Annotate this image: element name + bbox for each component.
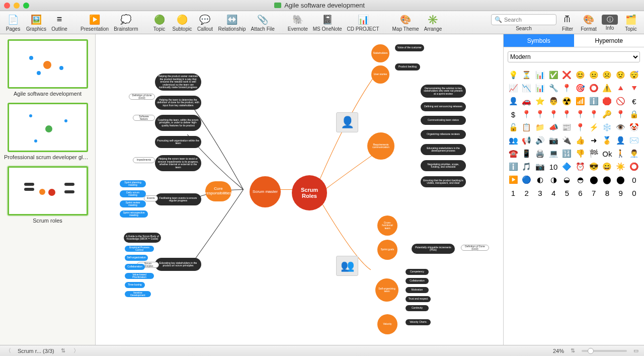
symbol-97[interactable]: 8 bbox=[602, 187, 613, 198]
symbol-67[interactable]: Ok bbox=[602, 148, 613, 159]
symbol-72[interactable]: 📷 bbox=[534, 161, 545, 172]
subtopic-button[interactable]: 🟡Subtopic bbox=[171, 13, 194, 33]
user-stories-node[interactable]: User stories bbox=[371, 65, 389, 84]
self-item-0[interactable]: Competency bbox=[406, 269, 429, 275]
thumb-2[interactable]: Professional scrum developer glos... bbox=[4, 103, 91, 160]
self-item-1[interactable]: Collaboration bbox=[406, 278, 429, 284]
mindmap-canvas[interactable]: Scrum Roles Scrum master Core responsibi… bbox=[96, 34, 503, 345]
maximize-window[interactable] bbox=[23, 3, 29, 9]
presentation-button[interactable]: ▶️Presentation bbox=[78, 13, 111, 33]
comm-item-1[interactable]: Defining and announcing releases bbox=[421, 102, 466, 111]
cross-team-node[interactable]: Cross-functional team bbox=[377, 216, 397, 236]
symbol-74[interactable]: 🔷 bbox=[561, 161, 573, 172]
symbol-21[interactable]: 🚗 bbox=[521, 96, 532, 107]
blue-item-0[interactable]: Sprint planning meeting bbox=[120, 180, 146, 187]
stakeholders-node[interactable]: Stakeholders bbox=[371, 44, 389, 62]
page-stepper[interactable]: ⇅ bbox=[59, 347, 67, 354]
symbol-3[interactable]: ✅ bbox=[548, 69, 559, 81]
symbol-99[interactable]: 0 bbox=[628, 187, 639, 198]
symbol-55[interactable]: 👍 bbox=[575, 135, 586, 146]
symbol-16[interactable]: ⭕ bbox=[588, 83, 599, 94]
symbol-88[interactable]: ⬤ bbox=[615, 174, 626, 185]
req-comm-node[interactable]: Requirements communication bbox=[367, 132, 394, 160]
symbol-18[interactable]: 🔺 bbox=[615, 83, 626, 94]
product-owner-image[interactable]: 👤 bbox=[336, 112, 358, 132]
symbol-68[interactable]: 🚶 bbox=[615, 148, 626, 159]
symbol-83[interactable]: ◑ bbox=[548, 174, 559, 185]
symbol-65[interactable]: 👎 bbox=[575, 148, 586, 159]
outline-button[interactable]: ≡Outline bbox=[49, 13, 69, 33]
symbol-32[interactable]: 📍 bbox=[534, 109, 545, 120]
symbol-90[interactable]: 1 bbox=[508, 187, 519, 198]
sm-dark-6[interactable]: Educating key stakeholders in the produc… bbox=[155, 258, 201, 271]
comm-item-0[interactable]: Demonstrating the solution to key stakeh… bbox=[421, 85, 466, 98]
comm-item-4[interactable]: Educating stakeholders in the developmen… bbox=[421, 144, 466, 155]
symbol-20[interactable]: 👤 bbox=[508, 96, 519, 107]
symbol-53[interactable]: 📷 bbox=[548, 135, 559, 146]
symbol-84[interactable]: ◒ bbox=[561, 174, 573, 185]
symbol-25[interactable]: 📶 bbox=[575, 96, 586, 107]
topic-button[interactable]: 🟢Topic bbox=[149, 13, 170, 33]
relationship-button[interactable]: ↔️Relationship bbox=[216, 13, 248, 33]
symbol-5[interactable]: 😊 bbox=[575, 69, 586, 81]
comm-item-2[interactable]: Communicating team status bbox=[421, 116, 466, 125]
self-item-4[interactable]: Continuity bbox=[406, 305, 429, 311]
comm-item-3[interactable]: Organizing milestone reviews bbox=[421, 130, 466, 139]
symbol-81[interactable]: 🔵 bbox=[521, 174, 532, 185]
voice-node[interactable]: Voice of the customer bbox=[395, 44, 424, 51]
pages-button[interactable]: 📄Pages bbox=[3, 13, 23, 33]
symbol-31[interactable]: 📍 bbox=[521, 109, 532, 120]
page-indicator[interactable]: Scrum r... (3/3) bbox=[18, 348, 54, 354]
symbol-48[interactable]: 👁️ bbox=[615, 122, 626, 133]
symbol-38[interactable]: 📍 bbox=[615, 109, 626, 120]
symbol-50[interactable]: 👥 bbox=[508, 135, 519, 146]
map-theme-button[interactable]: 🎨Map Theme bbox=[390, 13, 421, 33]
symbol-94[interactable]: 5 bbox=[561, 187, 573, 198]
sm-dark-5[interactable]: Facilitating team events to ensure regul… bbox=[155, 193, 201, 205]
symbol-71[interactable]: 🎵 bbox=[521, 161, 532, 172]
blue-item-3[interactable]: Sprint retrospective meeting bbox=[120, 210, 148, 218]
symbol-82[interactable]: ◐ bbox=[534, 174, 545, 185]
symbol-51[interactable]: 📢 bbox=[521, 135, 532, 146]
info-button[interactable]: ⓘInfo bbox=[600, 14, 620, 32]
symbol-12[interactable]: 📊 bbox=[534, 83, 545, 94]
cdproject-button[interactable]: 📊CD PROJECT bbox=[345, 13, 381, 33]
symbol-14[interactable]: 📍 bbox=[561, 83, 573, 94]
edu-3[interactable]: Value-based Prioritization bbox=[125, 273, 154, 279]
symbol-9[interactable]: 😴 bbox=[628, 69, 639, 81]
left-tag-2[interactable]: Impediments bbox=[133, 157, 155, 163]
symbol-57[interactable]: 🥇 bbox=[602, 135, 613, 146]
self-item-3[interactable]: Trust and respect bbox=[406, 296, 431, 302]
blue-item-1[interactable]: Daily scrum meeting bbox=[120, 190, 146, 197]
symbol-70[interactable]: ℹ️ bbox=[508, 161, 519, 172]
zoom-slider[interactable] bbox=[582, 350, 627, 352]
symbol-8[interactable]: 😟 bbox=[615, 69, 626, 81]
evernote-button[interactable]: 🐘Evernote bbox=[286, 13, 310, 33]
sm-dark-2[interactable]: Coaching the team, within the scrum prin… bbox=[155, 115, 201, 131]
symbol-44[interactable]: 📰 bbox=[561, 122, 573, 133]
comm-item-5[interactable]: Negotiating priorities, scope, funding, … bbox=[421, 160, 466, 171]
symbol-7[interactable]: ☹️ bbox=[602, 69, 613, 81]
symbol-54[interactable]: 🔌 bbox=[561, 135, 573, 146]
psi-node[interactable]: Potentially shippable increments (PSIs) bbox=[412, 244, 455, 254]
symbol-63[interactable]: 💻 bbox=[548, 148, 559, 159]
sm-dark-0[interactable]: Helping the product owner maintain the p… bbox=[155, 74, 201, 91]
symbol-1[interactable]: ⏳ bbox=[521, 69, 532, 81]
symbol-69[interactable]: 👨‍💼 bbox=[628, 148, 639, 159]
symbol-46[interactable]: ⚡ bbox=[588, 122, 599, 133]
symbol-95[interactable]: 6 bbox=[575, 187, 586, 198]
onenote-button[interactable]: 📓MS OneNote bbox=[311, 13, 344, 33]
attach-file-button[interactable]: 📎Attach File bbox=[249, 13, 277, 33]
self-item-2[interactable]: Motivation bbox=[406, 287, 429, 293]
callout-button[interactable]: 💬Callout bbox=[195, 13, 215, 33]
symbol-23[interactable]: 👨 bbox=[548, 96, 559, 107]
symbol-33[interactable]: 📍 bbox=[548, 109, 559, 120]
symbol-52[interactable]: 🔊 bbox=[534, 135, 545, 146]
sprint-goals-node[interactable]: Sprint goals bbox=[377, 240, 397, 260]
symbol-56[interactable]: ➜ bbox=[588, 135, 599, 146]
symbol-28[interactable]: 🚫 bbox=[615, 96, 626, 107]
topic-panel-button[interactable]: 🗂️Topic bbox=[621, 13, 641, 33]
symbol-61[interactable]: 📱 bbox=[521, 148, 532, 159]
tab-symbols[interactable]: Symbols bbox=[504, 34, 574, 47]
sm-dark-3[interactable]: Promoting self-organization within the t… bbox=[155, 136, 201, 148]
